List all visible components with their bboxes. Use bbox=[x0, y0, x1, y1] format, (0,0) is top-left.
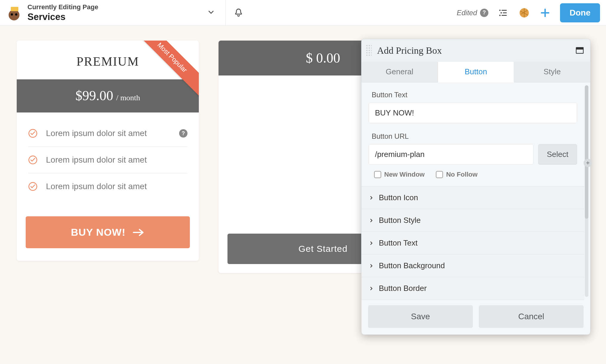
accordion-item-button-text[interactable]: Button Text bbox=[362, 232, 584, 255]
no-follow-checkbox[interactable]: No Follow bbox=[436, 171, 477, 178]
top-bar: Currently Editing Page Services Edited ? bbox=[0, 0, 606, 26]
check-circle-icon bbox=[28, 155, 38, 165]
editor-canvas: Most Popular PREMIUM $99.00 / month Lore… bbox=[0, 26, 606, 288]
outline-button[interactable] bbox=[497, 7, 509, 19]
accordion-label: Button Border bbox=[379, 284, 427, 293]
arrow-right-icon bbox=[133, 229, 145, 236]
cta-label: Get Started bbox=[299, 244, 347, 254]
svg-point-9 bbox=[499, 15, 501, 16]
check-circle-icon bbox=[28, 129, 38, 138]
svg-point-2 bbox=[15, 13, 17, 15]
accordion: Button Icon Button Style Button Text But… bbox=[362, 186, 584, 300]
feature-text: Lorem ipsum dolor sit amet bbox=[46, 129, 171, 138]
panel-body: Button Text Button URL Select + New Wind… bbox=[362, 82, 590, 300]
price-bar: $99.00 / month bbox=[17, 79, 199, 112]
accordion-item-button-background[interactable]: Button Background bbox=[362, 255, 584, 277]
svg-rect-4 bbox=[11, 7, 18, 8]
svg-rect-6 bbox=[502, 10, 507, 11]
feature-help-icon[interactable]: ? bbox=[179, 129, 187, 138]
accordion-item-button-icon[interactable]: Button Icon bbox=[362, 186, 584, 209]
cookie-icon bbox=[519, 7, 530, 18]
accordion-label: Button Text bbox=[379, 238, 418, 248]
checkbox-icon bbox=[436, 171, 443, 178]
button-link-section: Button Text Button URL Select + New Wind… bbox=[362, 82, 584, 186]
pricing-card-premium[interactable]: Most Popular PREMIUM $99.00 / month Lore… bbox=[17, 41, 199, 261]
chevron-right-icon bbox=[369, 218, 374, 223]
chevron-right-icon bbox=[369, 263, 374, 269]
feature-row: Lorem ipsum dolor sit amet ? bbox=[28, 120, 187, 147]
feature-row: Lorem ipsum dolor sit amet bbox=[28, 147, 187, 173]
checkbox-icon bbox=[374, 171, 381, 178]
svg-point-7 bbox=[501, 12, 502, 13]
panel-tabs: General Button Style bbox=[362, 62, 590, 82]
tab-button[interactable]: Button bbox=[438, 62, 514, 82]
save-button[interactable]: Save bbox=[368, 305, 473, 328]
cancel-button[interactable]: Cancel bbox=[479, 305, 584, 328]
new-window-label: New Window bbox=[384, 171, 424, 178]
accordion-label: Button Background bbox=[379, 261, 445, 270]
feature-row: Lorem ipsum dolor sit amet bbox=[28, 173, 187, 200]
chevron-down-icon bbox=[207, 8, 215, 16]
svg-rect-8 bbox=[503, 12, 507, 13]
svg-point-1 bbox=[11, 13, 13, 15]
check-circle-icon bbox=[28, 182, 38, 191]
settings-panel: Add Pricing Box General Button Style But… bbox=[361, 39, 590, 335]
bell-icon bbox=[233, 8, 244, 18]
tab-general[interactable]: General bbox=[362, 62, 438, 82]
no-follow-label: No Follow bbox=[446, 171, 477, 178]
panel-footer: Save Cancel bbox=[362, 300, 590, 334]
svg-point-5 bbox=[499, 10, 501, 11]
page-title: Services bbox=[27, 12, 204, 22]
plus-icon bbox=[540, 7, 550, 18]
outline-icon bbox=[498, 8, 508, 18]
svg-rect-16 bbox=[576, 47, 583, 50]
button-text-label: Button Text bbox=[372, 91, 577, 99]
drag-handle-icon[interactable] bbox=[366, 44, 372, 56]
chevron-right-icon bbox=[369, 240, 374, 246]
card-footer: BUY NOW! bbox=[17, 200, 199, 261]
accordion-item-button-border[interactable]: Button Border bbox=[362, 277, 584, 300]
chevron-right-icon bbox=[369, 286, 374, 291]
feature-text: Lorem ipsum dolor sit amet bbox=[46, 182, 187, 191]
scrollbar[interactable] bbox=[585, 85, 588, 297]
accordion-label: Button Style bbox=[379, 216, 421, 225]
cta-label: BUY NOW! bbox=[71, 226, 125, 238]
select-url-button[interactable]: Select bbox=[538, 144, 577, 165]
tab-style[interactable]: Style bbox=[514, 62, 590, 82]
link-options: New Window No Follow bbox=[369, 171, 577, 178]
page-switcher-chevron[interactable] bbox=[204, 5, 218, 21]
price-period: / month bbox=[116, 93, 140, 102]
feature-text: Lorem ipsum dolor sit amet bbox=[46, 155, 187, 165]
button-url-label: Button URL bbox=[372, 132, 577, 141]
accordion-label: Button Icon bbox=[379, 193, 418, 202]
editing-overline: Currently Editing Page bbox=[27, 3, 204, 11]
button-text-input[interactable] bbox=[369, 103, 577, 123]
add-link-option-icon[interactable]: + bbox=[584, 159, 592, 167]
window-icon[interactable] bbox=[576, 47, 584, 54]
assistant-button[interactable] bbox=[518, 7, 530, 19]
beaver-logo-icon bbox=[5, 4, 23, 21]
edited-label: Edited bbox=[457, 9, 477, 17]
add-content-button[interactable] bbox=[539, 7, 551, 19]
edited-status[interactable]: Edited ? bbox=[457, 9, 488, 17]
done-button[interactable]: Done bbox=[560, 3, 600, 22]
notifications-button[interactable] bbox=[226, 0, 251, 25]
panel-header[interactable]: Add Pricing Box bbox=[362, 39, 590, 62]
new-window-checkbox[interactable]: New Window bbox=[374, 171, 424, 178]
feature-list: Lorem ipsum dolor sit amet ? Lorem ipsum… bbox=[17, 112, 199, 200]
price-amount: $99.00 bbox=[76, 88, 113, 104]
chevron-right-icon bbox=[369, 195, 374, 200]
button-url-input[interactable] bbox=[369, 144, 533, 165]
svg-rect-10 bbox=[502, 15, 507, 16]
top-bar-right: Edited ? Done bbox=[251, 0, 606, 25]
help-icon: ? bbox=[480, 9, 488, 17]
buy-now-button[interactable]: BUY NOW! bbox=[26, 216, 190, 248]
accordion-item-button-style[interactable]: Button Style bbox=[362, 209, 584, 232]
top-bar-left: Currently Editing Page Services bbox=[0, 0, 226, 25]
button-url-row: Select bbox=[369, 144, 577, 165]
page-title-block[interactable]: Currently Editing Page Services bbox=[27, 3, 204, 22]
price-amount: $ 0.00 bbox=[306, 50, 340, 66]
panel-title: Add Pricing Box bbox=[377, 45, 576, 56]
